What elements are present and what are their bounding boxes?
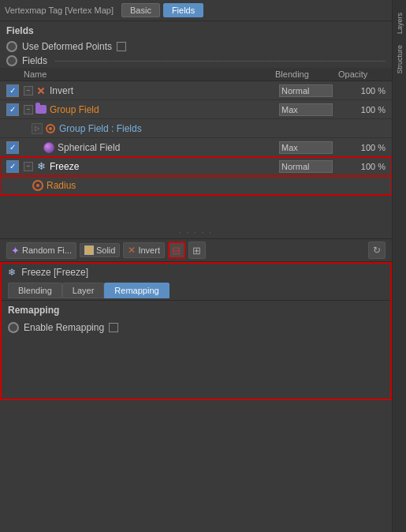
row-opacity: 100 % (342, 105, 386, 114)
target-icon (46, 124, 55, 133)
radius-icon (32, 179, 44, 192)
row-name: Spherical Field (58, 142, 279, 153)
invert-icon (35, 84, 47, 97)
row-name: Group Field (50, 104, 279, 115)
bottom-toolbar: ✦ Random Fi... Solid ✕ Invert ⊟ ⊞ ↻ (0, 238, 392, 262)
random-field-icon: ✦ (11, 245, 20, 257)
th-name: Name (24, 69, 275, 79)
freeze-panel: ❄ Freeze [Freeze] Blending Layer Remappi… (0, 262, 392, 400)
tab-blending[interactable]: Blending (8, 283, 62, 298)
invert-tool[interactable]: ✕ Invert (123, 242, 165, 258)
folder-shape (35, 105, 47, 114)
table-row[interactable]: ✓ − Group Field MaxNormal 100 % (0, 100, 392, 119)
freeze-icon: ❄ (35, 160, 47, 173)
enable-remapping-row: Enable Remapping (2, 320, 390, 335)
random-field-tool[interactable]: ✦ Random Fi... (6, 242, 76, 259)
delete-icon: ⊟ (172, 245, 181, 257)
blending-select[interactable]: MaxNormal (279, 141, 333, 154)
row-expand[interactable]: ▷ (32, 123, 43, 134)
invert-label: Invert (138, 245, 160, 255)
panel-empty-space (2, 335, 390, 399)
solid-label: Solid (96, 245, 115, 255)
blending-select[interactable]: NormalMax (279, 84, 333, 97)
freeze-panel-title: ❄ Freeze [Freeze] (2, 264, 390, 281)
solid-icon (84, 245, 94, 255)
target-icon (32, 180, 43, 191)
row-expand[interactable]: − (24, 86, 33, 96)
enable-remapping-checkbox[interactable] (109, 323, 118, 332)
refresh-icon-btn[interactable]: ↻ (368, 242, 386, 259)
right-sidebar: Layers Structure (392, 0, 406, 532)
table-row[interactable]: ✓ Spherical Field MaxNormal 100 % (0, 138, 392, 157)
snowflake-icon: ❄ (37, 160, 46, 172)
row-blending[interactable]: NormalMax (279, 160, 342, 173)
row-checkbox[interactable]: ✓ (6, 84, 19, 97)
th-opacity: Opacity (338, 69, 386, 79)
row-name: Invert (50, 85, 279, 96)
use-deformed-points-label: Use Deformed Points (22, 41, 112, 52)
x-icon (35, 85, 47, 96)
enable-remapping-radio[interactable] (8, 322, 19, 333)
window-title: Vertexmap Tag [Vertex Map] (5, 6, 114, 15)
add-icon: ⊞ (192, 245, 201, 257)
dots-separator: · · · · · (0, 227, 392, 238)
row-blending[interactable]: MaxNormal (279, 103, 342, 116)
table-row[interactable]: ✓ − ❄ Freeze NormalMax 100 % (0, 157, 392, 176)
table-row: ▷ Group Field : Fields (0, 119, 392, 138)
refresh-icon: ↻ (373, 245, 381, 256)
target-small-icon (44, 122, 57, 135)
main-content: Fields Use Deformed Points Fields Name B… (0, 22, 392, 532)
sphere-shape (43, 142, 54, 153)
row-checkbox[interactable]: ✓ (6, 103, 19, 116)
row-checkbox[interactable]: ✓ (6, 160, 19, 173)
random-field-label: Random Fi... (22, 245, 72, 255)
table-header: Name Blending Opacity (0, 68, 392, 81)
th-blending: Blending (275, 69, 338, 79)
fields-option-row: Fields (0, 54, 392, 68)
row-expand[interactable]: − (24, 105, 33, 114)
enable-remapping-label: Enable Remapping (24, 322, 104, 333)
row-name: Freeze (50, 161, 279, 172)
table-row[interactable]: ✓ − Invert NormalMax 100 % (0, 81, 392, 100)
tab-fields[interactable]: Fields (163, 3, 203, 17)
row-name: Group Field : Fields (59, 123, 279, 134)
panel-tabs: Blending Layer Remapping (2, 281, 390, 301)
empty-area (0, 195, 392, 227)
blending-select[interactable]: MaxNormal (279, 103, 333, 116)
use-deformed-points-checkbox[interactable] (117, 42, 126, 51)
sidebar-layers-tab[interactable]: Layers (394, 8, 405, 39)
row-opacity: 100 % (342, 143, 386, 152)
row-expand[interactable]: − (24, 162, 33, 171)
invert-icon2: ✕ (128, 245, 136, 256)
row-name: Radius (47, 180, 279, 191)
use-deformed-points-radio[interactable] (6, 41, 17, 52)
fields-label: Fields (22, 55, 47, 66)
sidebar-structure-tab[interactable]: Structure (394, 40, 405, 79)
use-deformed-points-row: Use Deformed Points (0, 39, 392, 54)
row-opacity: 100 % (342, 86, 386, 96)
freeze-panel-title-icon: ❄ (8, 267, 16, 278)
row-checkbox[interactable]: ✓ (6, 141, 19, 154)
freeze-panel-title-text: Freeze [Freeze] (21, 267, 88, 278)
table-row: Radius (0, 176, 392, 195)
delete-icon-btn[interactable]: ⊟ (168, 242, 185, 259)
row-blending[interactable]: NormalMax (279, 84, 342, 97)
tab-remapping[interactable]: Remapping (104, 283, 169, 298)
row-blending[interactable]: MaxNormal (279, 141, 342, 154)
sphere-icon (43, 141, 55, 154)
blending-select[interactable]: NormalMax (279, 160, 333, 173)
fields-section-header: Fields (0, 22, 392, 39)
fields-radio[interactable] (6, 55, 17, 66)
add-icon-btn[interactable]: ⊞ (188, 242, 206, 259)
solid-tool[interactable]: Solid (80, 243, 120, 257)
top-bar: Vertexmap Tag [Vertex Map] Basic Fields (0, 0, 406, 21)
remapping-header: Remapping (2, 301, 390, 320)
row-opacity: 100 % (342, 162, 386, 171)
tab-basic[interactable]: Basic (121, 3, 160, 17)
tab-layer[interactable]: Layer (62, 283, 105, 298)
fields-dots (55, 61, 386, 62)
folder-icon (35, 103, 47, 116)
